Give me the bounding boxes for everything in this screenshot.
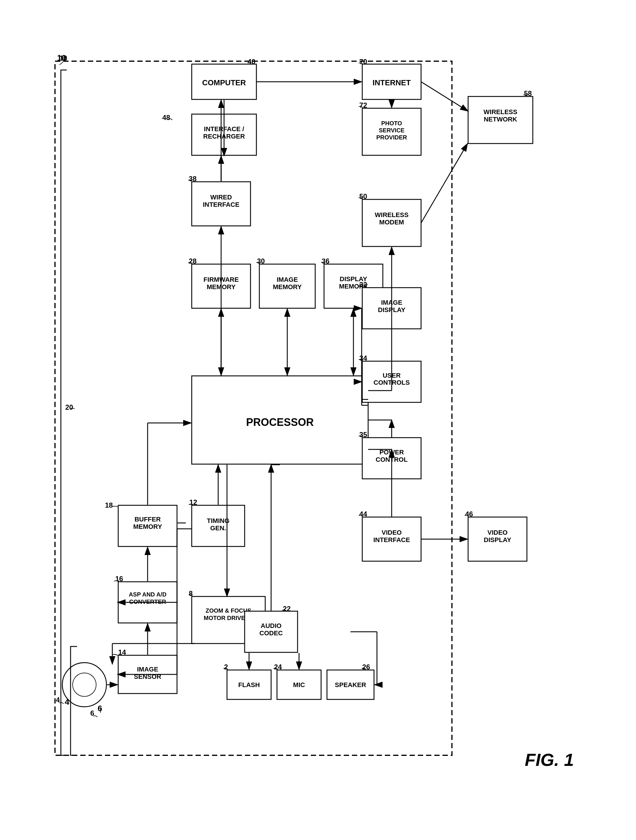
svg-text:58: 58 — [524, 89, 532, 97]
svg-rect-73 — [227, 670, 271, 699]
svg-text:MEMORY: MEMORY — [133, 523, 162, 530]
svg-text:8: 8 — [189, 589, 193, 597]
svg-rect-85 — [192, 114, 256, 155]
diagram-area: IMAGE SENSOR 14 ASP AND A/D CONVERTER 16… — [39, 23, 598, 817]
svg-text:48: 48 — [162, 114, 170, 122]
svg-text:INTERNET: INTERNET — [372, 78, 411, 87]
svg-text:GEN.: GEN. — [210, 524, 226, 532]
svg-rect-76 — [277, 670, 321, 699]
svg-text:70: 70 — [359, 58, 367, 66]
svg-rect-79 — [327, 670, 374, 699]
page-container: IMAGE SENSOR 14 ASP AND A/D CONVERTER 16… — [0, 0, 636, 840]
svg-rect-14 — [118, 505, 177, 546]
svg-text:IMAGE: IMAGE — [276, 276, 298, 283]
svg-text:16: 16 — [115, 575, 123, 583]
svg-text:4: 4 — [65, 697, 69, 706]
svg-text:26: 26 — [362, 663, 370, 671]
svg-line-132 — [421, 82, 468, 111]
svg-text:IMAGE: IMAGE — [381, 299, 402, 306]
svg-text:22: 22 — [283, 605, 291, 613]
svg-text:30: 30 — [257, 257, 265, 265]
svg-text:CONVERTER: CONVERTER — [129, 598, 166, 605]
svg-rect-33 — [324, 264, 383, 308]
svg-rect-22 — [192, 376, 368, 464]
svg-rect-57 — [362, 517, 421, 561]
svg-text:2: 2 — [224, 663, 228, 671]
svg-text:FIRMWARE: FIRMWARE — [204, 276, 239, 283]
svg-rect-89 — [362, 64, 421, 99]
svg-text:6: 6 — [98, 704, 102, 713]
svg-text:AUDIO: AUDIO — [260, 622, 281, 629]
svg-rect-53 — [362, 437, 421, 479]
svg-text:CODEC: CODEC — [259, 629, 283, 637]
svg-text:DISPLAY: DISPLAY — [484, 536, 511, 543]
svg-text:PHOTO: PHOTO — [381, 120, 402, 126]
svg-text:SPEAKER: SPEAKER — [335, 681, 366, 688]
svg-text:POWER: POWER — [379, 448, 404, 456]
svg-text:MEMORY: MEMORY — [339, 283, 368, 290]
svg-text:WIRED: WIRED — [210, 194, 232, 201]
svg-rect-6 — [118, 655, 177, 693]
svg-text:24: 24 — [274, 663, 282, 671]
svg-text:10: 10 — [57, 53, 66, 62]
svg-text:MEMORY: MEMORY — [273, 283, 302, 291]
svg-text:BUFFER: BUFFER — [134, 516, 161, 523]
svg-text:WIRELESS: WIRELESS — [483, 108, 517, 115]
svg-text:DISPLAY: DISPLAY — [339, 275, 367, 283]
svg-rect-10 — [118, 582, 177, 623]
svg-text:10: 10 — [59, 54, 67, 62]
svg-text:18: 18 — [105, 501, 113, 509]
svg-rect-29 — [259, 264, 315, 308]
svg-point-4 — [62, 663, 106, 707]
svg-rect-25 — [192, 264, 251, 308]
svg-rect-18 — [192, 505, 245, 546]
svg-text:NETWORK: NETWORK — [484, 115, 517, 123]
svg-rect-49 — [362, 361, 421, 403]
svg-rect-41 — [362, 199, 421, 246]
figure-label: FIG. 1 — [525, 750, 574, 770]
svg-text:50: 50 — [359, 193, 367, 200]
svg-text:38: 38 — [189, 175, 197, 183]
svg-text:DISPLAY: DISPLAY — [378, 306, 406, 314]
svg-text:FLASH: FLASH — [238, 681, 260, 688]
svg-text:SENSOR: SENSOR — [134, 673, 161, 680]
svg-text:IMAGE: IMAGE — [137, 666, 158, 673]
svg-text:VIDEO: VIDEO — [487, 529, 507, 536]
svg-text:20: 20 — [65, 403, 73, 411]
svg-text:ASP AND A/D: ASP AND A/D — [128, 591, 166, 598]
svg-text:MIC: MIC — [293, 681, 305, 688]
svg-text:INTERFACE: INTERFACE — [203, 201, 239, 208]
svg-point-5 — [73, 673, 96, 696]
svg-text:12: 12 — [189, 498, 197, 506]
svg-text:TIMING: TIMING — [207, 517, 229, 524]
svg-text:RECHARGER: RECHARGER — [203, 133, 245, 140]
svg-text:40: 40 — [248, 58, 256, 66]
svg-rect-82 — [192, 64, 256, 99]
svg-text:CONTROLS: CONTROLS — [373, 379, 410, 386]
svg-text:ZOOM & FOCUS: ZOOM & FOCUS — [205, 607, 251, 614]
svg-line-128 — [421, 144, 467, 223]
svg-text:6: 6 — [90, 709, 94, 717]
svg-text:INTERFACE /: INTERFACE / — [204, 125, 244, 133]
svg-text:INTERFACE: INTERFACE — [373, 536, 410, 543]
svg-text:CONTROL: CONTROL — [376, 456, 407, 463]
svg-text:PROVIDER: PROVIDER — [376, 134, 407, 141]
svg-text:72: 72 — [359, 101, 367, 109]
svg-text:SERVICE: SERVICE — [379, 127, 404, 134]
svg-rect-3 — [55, 61, 452, 755]
svg-rect-61 — [468, 517, 527, 561]
svg-text:32: 32 — [359, 281, 367, 289]
svg-rect-69 — [245, 611, 298, 652]
svg-text:34: 34 — [359, 354, 367, 362]
svg-rect-37 — [192, 182, 251, 226]
svg-text:36: 36 — [322, 257, 330, 265]
svg-text:35: 35 — [359, 431, 367, 439]
svg-text:PROCESSOR: PROCESSOR — [246, 416, 313, 428]
svg-text:MOTOR DRIVERS: MOTOR DRIVERS — [204, 615, 253, 621]
svg-text:14: 14 — [118, 648, 126, 656]
svg-rect-45 — [362, 287, 421, 329]
svg-rect-65 — [192, 597, 265, 644]
svg-text:46: 46 — [465, 510, 473, 518]
svg-text:MEMORY: MEMORY — [207, 283, 235, 291]
svg-text:WIRELESS: WIRELESS — [375, 211, 409, 218]
